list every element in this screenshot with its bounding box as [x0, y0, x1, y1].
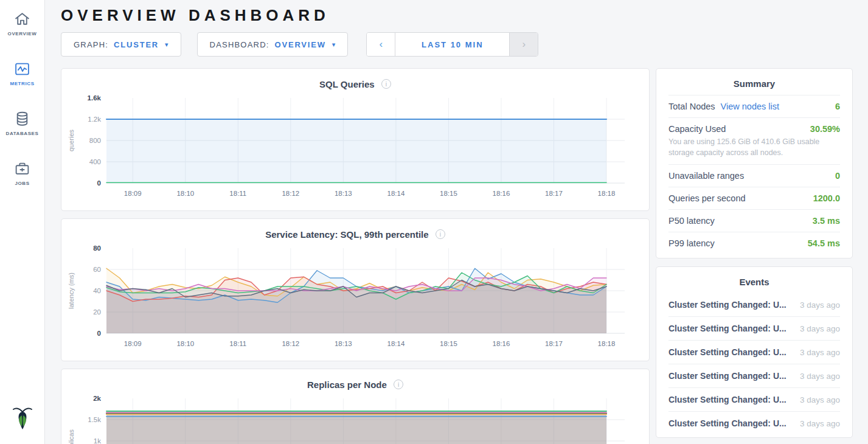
summary-row-value: 30.59%	[810, 124, 840, 134]
metrics-icon	[14, 61, 30, 77]
sidebar-item-metrics[interactable]: METRICS	[0, 57, 44, 90]
events-title: Events	[668, 267, 840, 293]
summary-row-label: P50 latency	[668, 216, 715, 226]
svg-text:18:12: 18:12	[282, 340, 299, 347]
summary-row-label: Unavailable ranges	[668, 171, 744, 181]
summary-row: Unavailable ranges0	[668, 164, 840, 187]
summary-row-value: 0	[835, 171, 840, 181]
sidebar-item-label: JOBS	[15, 181, 29, 186]
svg-text:20: 20	[93, 308, 101, 316]
summary-row-label: Total Nodes	[668, 102, 715, 111]
svg-text:18:15: 18:15	[440, 190, 457, 197]
svg-text:400: 400	[89, 158, 101, 165]
summary-row: Capacity Used30.59%You are using 125.6 G…	[668, 117, 840, 164]
graph-selector-label: GRAPH:	[74, 40, 108, 49]
svg-text:replicas: replicas	[68, 429, 75, 444]
info-icon[interactable]: i	[436, 229, 445, 239]
chart-card-service-latency: Service Latency: SQL, 99th percentile i …	[61, 218, 650, 361]
side-column: Summary Total NodesView nodes list6Capac…	[656, 68, 853, 444]
sidebar-item-overview[interactable]: OVERVIEW	[0, 7, 44, 40]
event-text: Cluster Setting Changed: U...	[668, 300, 786, 310]
svg-text:800: 800	[89, 137, 101, 144]
event-time: 3 days ago	[794, 324, 840, 333]
sidebar-item-label: METRICS	[10, 81, 34, 86]
svg-text:40: 40	[93, 287, 101, 294]
chart-title: SQL Queries i	[61, 69, 649, 89]
svg-text:1k: 1k	[94, 437, 101, 444]
svg-text:18:12: 18:12	[282, 190, 299, 197]
capacity-note: You are using 125.6 GiB of 410.6 GiB usa…	[668, 136, 840, 158]
svg-text:18:10: 18:10	[176, 340, 194, 347]
svg-text:queries: queries	[68, 129, 75, 151]
event-time: 3 days ago	[794, 395, 840, 404]
event-row[interactable]: Cluster Setting Changed: U...3 days ago	[668, 411, 840, 435]
sidebar-item-label: DATABASES	[6, 131, 39, 136]
dashboard-selector-value: OVERVIEW	[275, 40, 326, 49]
svg-text:18:17: 18:17	[545, 340, 563, 347]
svg-text:18:11: 18:11	[229, 190, 246, 197]
view-nodes-list-link[interactable]: View nodes list	[721, 102, 779, 111]
summary-row-label: Capacity Used	[668, 124, 726, 134]
chart-card-sql-queries: SQL Queries i 1.6k1.2k800400018:0918:101…	[61, 68, 650, 211]
time-range-selector: ‹ LAST 10 MIN ›	[366, 32, 538, 57]
summary-row-value: 54.5 ms	[808, 238, 840, 248]
svg-text:18:18: 18:18	[598, 190, 616, 197]
svg-text:18:14: 18:14	[387, 340, 405, 347]
event-row[interactable]: Cluster Setting Changed: U...3 days ago	[668, 340, 840, 364]
app-root: OVERVIEW METRICS DATABASES JOBS	[0, 0, 868, 444]
event-text: Cluster Setting Changed: U...	[668, 324, 786, 333]
svg-text:18:17: 18:17	[545, 190, 563, 197]
svg-text:18:13: 18:13	[335, 190, 352, 197]
dashboard-selector[interactable]: DASHBOARD: OVERVIEW ▾	[197, 32, 349, 57]
svg-text:latency (ms): latency (ms)	[68, 272, 75, 309]
svg-text:80: 80	[93, 245, 101, 252]
event-row[interactable]: Cluster Setting Changed: U...3 days ago	[668, 364, 840, 387]
time-next-button[interactable]: ›	[509, 33, 538, 56]
graph-selector[interactable]: GRAPH: CLUSTER ▾	[61, 32, 181, 57]
summary-row-value: 1200.0	[813, 193, 840, 203]
svg-text:18:11: 18:11	[229, 340, 246, 347]
main-content: OVERVIEW DASHBOARD GRAPH: CLUSTER ▾ DASH…	[45, 0, 868, 444]
event-text: Cluster Setting Changed: U...	[668, 347, 786, 357]
event-time: 3 days ago	[794, 419, 840, 428]
event-text: Cluster Setting Changed: U...	[668, 371, 786, 381]
time-range-value[interactable]: LAST 10 MIN	[395, 33, 509, 56]
time-prev-button[interactable]: ‹	[367, 33, 395, 56]
svg-text:18:16: 18:16	[493, 340, 510, 347]
event-row[interactable]: Cluster Setting Changed: U...3 days ago	[668, 316, 840, 340]
svg-text:1.2k: 1.2k	[88, 116, 101, 123]
info-icon[interactable]: i	[394, 380, 403, 389]
event-row[interactable]: Cluster Setting Changed: U...3 days ago	[668, 293, 840, 316]
dashboard-content: SQL Queries i 1.6k1.2k800400018:0918:101…	[61, 68, 853, 444]
summary-panel: Summary Total NodesView nodes list6Capac…	[656, 68, 853, 258]
svg-text:60: 60	[93, 266, 101, 273]
controls-bar: GRAPH: CLUSTER ▾ DASHBOARD: OVERVIEW ▾ ‹…	[61, 32, 853, 57]
event-text: Cluster Setting Changed: U...	[668, 395, 786, 404]
svg-text:1.5k: 1.5k	[88, 416, 101, 423]
event-row[interactable]: Cluster Setting Changed: U...3 days ago	[668, 387, 840, 411]
charts-column: SQL Queries i 1.6k1.2k800400018:0918:101…	[61, 68, 650, 444]
svg-text:1.6k: 1.6k	[88, 94, 102, 102]
chevron-down-icon: ▾	[332, 41, 336, 49]
summary-row-label: Queries per second	[668, 193, 746, 203]
replicas-per-node-chart: 2k1.5k1k500018:0918:1018:1118:1218:1318:…	[65, 392, 644, 444]
svg-text:18:18: 18:18	[598, 340, 616, 347]
info-icon[interactable]: i	[381, 79, 391, 89]
chart-title: Replicas per Node i	[61, 369, 649, 390]
chart-card-replicas-per-node: Replicas per Node i 2k1.5k1k500018:0918:…	[61, 369, 650, 444]
svg-text:18:16: 18:16	[493, 190, 510, 197]
event-time: 3 days ago	[794, 300, 840, 310]
page-title: OVERVIEW DASHBOARD	[61, 6, 853, 25]
summary-row-value: 6	[835, 102, 840, 111]
summary-row: P99 latency54.5 ms	[668, 232, 840, 254]
service-latency-chart: 80604020018:0918:1018:1118:1218:1318:141…	[65, 242, 644, 350]
svg-text:18:15: 18:15	[440, 340, 457, 347]
cockroach-logo	[0, 405, 45, 431]
event-time: 3 days ago	[794, 372, 840, 381]
summary-row: P50 latency3.5 ms	[668, 209, 840, 232]
sidebar-item-databases[interactable]: DATABASES	[0, 107, 44, 140]
sidebar-item-jobs[interactable]: JOBS	[0, 157, 44, 190]
summary-title: Summary	[668, 69, 840, 95]
summary-row-value: 3.5 ms	[813, 216, 840, 226]
summary-rows: Total NodesView nodes list6Capacity Used…	[668, 95, 840, 254]
